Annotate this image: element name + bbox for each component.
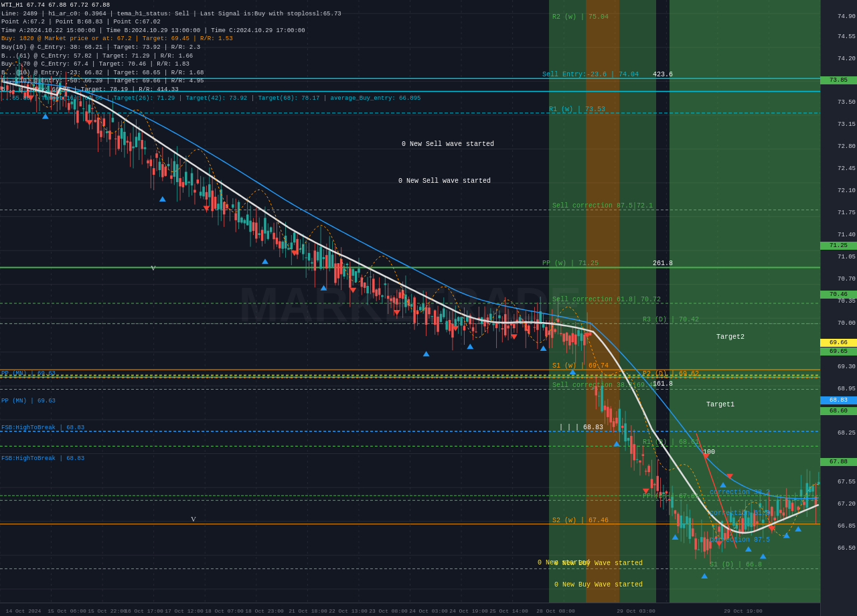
time-label-12: 25 Oct 14:00 — [489, 608, 528, 614]
price-7385: 73.85 — [820, 76, 857, 84]
chart-canvas — [0, 0, 857, 616]
price-7455: 74.55 — [838, 33, 856, 40]
time-label-15: 29 Oct 19:00 — [724, 608, 763, 614]
time-label-10: 24 Oct 03:00 — [409, 608, 448, 614]
time-label-8: 22 Oct 13:00 — [329, 608, 368, 614]
price-7105: 71.05 — [838, 254, 856, 260]
price-6860: 68.60 — [820, 407, 857, 415]
price-7245: 72.45 — [838, 165, 856, 172]
time-label-5: 18 Oct 07:00 — [205, 608, 244, 614]
price-6720: 67.20 — [838, 501, 856, 508]
price-7350: 73.50 — [838, 99, 856, 106]
price-7125: 71.25 — [820, 242, 857, 250]
price-labels-panel: 74.90 74.55 74.20 73.85 73.50 73.15 72.8… — [820, 0, 857, 616]
time-label-3: 16 Oct 17:00 — [125, 608, 163, 614]
price-7315: 73.15 — [838, 121, 856, 128]
price-7175: 71.75 — [838, 210, 856, 216]
price-7140: 71.40 — [838, 232, 856, 238]
price-7490: 74.90 — [838, 13, 856, 20]
price-6685: 66.85 — [838, 523, 856, 530]
time-label-9: 23 Oct 08:00 — [369, 608, 408, 614]
price-7046: 70.46 — [820, 291, 857, 299]
price-6883: 68.83 — [820, 396, 857, 404]
time-label-13: 28 Oct 08:00 — [536, 608, 575, 614]
price-6755: 67.55 — [838, 479, 856, 485]
price-6895: 68.95 — [838, 386, 856, 392]
price-6930: 69.30 — [838, 364, 856, 370]
time-label-4: 17 Oct 12:00 — [165, 608, 204, 614]
price-7280: 72.80 — [838, 143, 856, 150]
time-label-6: 18 Oct 23:00 — [245, 608, 284, 614]
price-7000: 70.00 — [838, 320, 856, 327]
price-7420: 74.20 — [838, 56, 856, 62]
price-7035: 70.35 — [838, 298, 856, 305]
price-6966: 69.66 — [820, 339, 857, 347]
price-6965: 69.65 — [820, 348, 857, 356]
time-label-1: 15 Oct 06:00 — [48, 608, 86, 614]
chart-container: WTI_H1 67.74 67.88 67.72 67.88 Line: 248… — [0, 0, 857, 616]
price-6788-current: 67.88 — [820, 458, 857, 466]
price-6650: 66.50 — [838, 545, 856, 552]
time-axis: 14 Oct 2024 15 Oct 06:00 15 Oct 22:00 16… — [0, 603, 820, 616]
time-label-11: 24 Oct 19:00 — [449, 608, 488, 614]
time-label-14: 29 Oct 03:00 — [617, 608, 655, 614]
time-label-0: 14 Oct 2024 — [6, 608, 42, 614]
price-7070: 70.70 — [838, 276, 856, 283]
time-label-2: 15 Oct 22:00 — [88, 608, 127, 614]
price-7210: 72.10 — [838, 187, 856, 194]
time-label-7: 21 Oct 18:00 — [289, 608, 327, 614]
price-6825: 68.25 — [838, 430, 856, 437]
